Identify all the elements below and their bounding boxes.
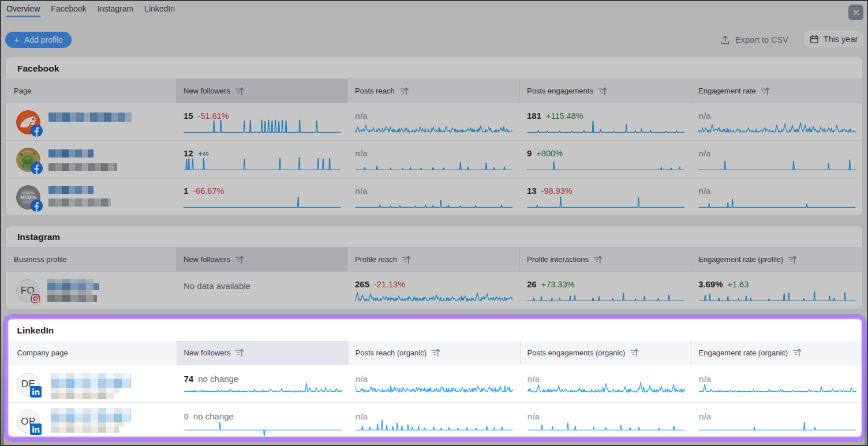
svg-text:MEDIA: MEDIA xyxy=(20,194,36,200)
